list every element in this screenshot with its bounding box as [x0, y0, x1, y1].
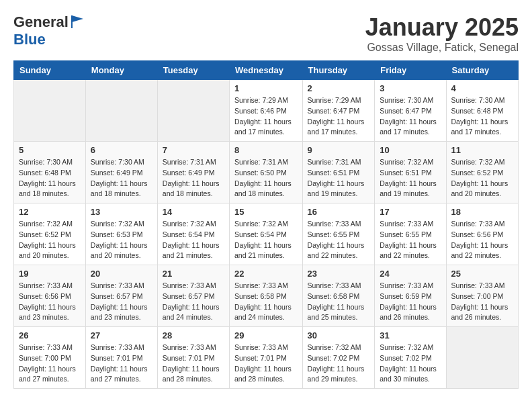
day-info: Sunrise: 7:33 AMSunset: 6:58 PMDaylight:… [234, 281, 298, 323]
calendar-week-row: 19Sunrise: 7:33 AMSunset: 6:56 PMDayligh… [14, 265, 519, 327]
day-number: 4 [451, 83, 513, 93]
day-number: 19 [19, 269, 81, 279]
day-info: Sunrise: 7:33 AMSunset: 6:55 PMDaylight:… [380, 219, 441, 261]
day-info: Sunrise: 7:29 AMSunset: 6:47 PMDaylight:… [308, 95, 370, 138]
day-info: Sunrise: 7:33 AMSunset: 6:57 PMDaylight:… [163, 281, 224, 323]
day-info: Sunrise: 7:30 AMSunset: 6:49 PMDaylight:… [91, 157, 152, 199]
weekday-header-wednesday: Wednesday [230, 61, 303, 80]
weekday-header-sunday: Sunday [14, 61, 86, 80]
calendar-cell [446, 327, 518, 389]
day-info: Sunrise: 7:30 AMSunset: 6:48 PMDaylight:… [19, 157, 81, 199]
day-number: 25 [451, 269, 513, 279]
day-number: 10 [380, 145, 441, 155]
weekday-header-saturday: Saturday [446, 61, 518, 80]
day-info: Sunrise: 7:32 AMSunset: 6:52 PMDaylight:… [19, 219, 81, 261]
day-info: Sunrise: 7:33 AMSunset: 7:00 PMDaylight:… [451, 281, 513, 323]
calendar-cell: 10Sunrise: 7:32 AMSunset: 6:51 PMDayligh… [375, 142, 446, 203]
calendar-week-row: 26Sunrise: 7:33 AMSunset: 7:00 PMDayligh… [14, 327, 519, 389]
calendar-week-row: 12Sunrise: 7:32 AMSunset: 6:52 PMDayligh… [14, 203, 519, 265]
page-header: General Blue January 2025 Gossas Village… [13, 13, 519, 54]
calendar-cell: 27Sunrise: 7:33 AMSunset: 7:01 PMDayligh… [85, 327, 157, 389]
day-number: 16 [308, 207, 370, 217]
day-number: 17 [380, 207, 441, 217]
day-info: Sunrise: 7:33 AMSunset: 7:00 PMDaylight:… [19, 342, 81, 385]
day-number: 6 [91, 145, 152, 155]
calendar-cell: 4Sunrise: 7:30 AMSunset: 6:48 PMDaylight… [446, 80, 518, 142]
day-info: Sunrise: 7:32 AMSunset: 7:02 PMDaylight:… [380, 342, 441, 385]
day-info: Sunrise: 7:32 AMSunset: 6:51 PMDaylight:… [380, 157, 441, 199]
calendar-cell [14, 80, 86, 142]
logo-blue-text: Blue [13, 31, 46, 48]
calendar-cell: 22Sunrise: 7:33 AMSunset: 6:58 PMDayligh… [230, 265, 303, 327]
calendar-week-row: 5Sunrise: 7:30 AMSunset: 6:48 PMDaylight… [14, 142, 519, 203]
day-info: Sunrise: 7:32 AMSunset: 6:54 PMDaylight:… [163, 219, 224, 261]
calendar-cell: 6Sunrise: 7:30 AMSunset: 6:49 PMDaylight… [85, 142, 157, 203]
calendar-cell: 1Sunrise: 7:29 AMSunset: 6:46 PMDaylight… [230, 80, 303, 142]
day-info: Sunrise: 7:30 AMSunset: 6:47 PMDaylight:… [380, 95, 441, 138]
day-info: Sunrise: 7:33 AMSunset: 6:58 PMDaylight:… [308, 281, 370, 323]
calendar-cell [85, 80, 157, 142]
calendar-cell: 8Sunrise: 7:31 AMSunset: 6:50 PMDaylight… [230, 142, 303, 203]
calendar-cell: 24Sunrise: 7:33 AMSunset: 6:59 PMDayligh… [375, 265, 446, 327]
calendar-cell: 9Sunrise: 7:31 AMSunset: 6:51 PMDaylight… [302, 142, 375, 203]
logo-flag-icon [70, 13, 86, 30]
day-info: Sunrise: 7:29 AMSunset: 6:46 PMDaylight:… [234, 95, 298, 138]
day-info: Sunrise: 7:33 AMSunset: 6:57 PMDaylight:… [91, 281, 152, 323]
day-info: Sunrise: 7:32 AMSunset: 6:52 PMDaylight:… [451, 157, 513, 199]
calendar-cell: 3Sunrise: 7:30 AMSunset: 6:47 PMDaylight… [375, 80, 446, 142]
calendar-cell: 23Sunrise: 7:33 AMSunset: 6:58 PMDayligh… [302, 265, 375, 327]
day-number: 2 [308, 83, 370, 93]
day-number: 30 [308, 330, 370, 340]
calendar-cell: 2Sunrise: 7:29 AMSunset: 6:47 PMDaylight… [302, 80, 375, 142]
calendar-cell: 29Sunrise: 7:33 AMSunset: 7:01 PMDayligh… [230, 327, 303, 389]
day-number: 8 [234, 145, 298, 155]
logo: General Blue [13, 13, 86, 48]
calendar-cell: 31Sunrise: 7:32 AMSunset: 7:02 PMDayligh… [375, 327, 446, 389]
month-title: January 2025 [365, 13, 519, 42]
day-number: 29 [234, 330, 298, 340]
calendar-cell: 17Sunrise: 7:33 AMSunset: 6:55 PMDayligh… [375, 203, 446, 265]
day-number: 5 [19, 145, 81, 155]
day-info: Sunrise: 7:33 AMSunset: 6:56 PMDaylight:… [19, 281, 81, 323]
calendar-cell: 7Sunrise: 7:31 AMSunset: 6:49 PMDaylight… [157, 142, 229, 203]
calendar-cell: 16Sunrise: 7:33 AMSunset: 6:55 PMDayligh… [302, 203, 375, 265]
calendar-cell: 28Sunrise: 7:33 AMSunset: 7:01 PMDayligh… [157, 327, 229, 389]
day-number: 18 [451, 207, 513, 217]
weekday-header-tuesday: Tuesday [157, 61, 229, 80]
day-number: 28 [163, 330, 224, 340]
day-number: 14 [163, 207, 224, 217]
day-info: Sunrise: 7:31 AMSunset: 6:50 PMDaylight:… [234, 157, 298, 199]
day-info: Sunrise: 7:33 AMSunset: 6:56 PMDaylight:… [451, 219, 513, 261]
calendar-cell: 30Sunrise: 7:32 AMSunset: 7:02 PMDayligh… [302, 327, 375, 389]
day-number: 20 [91, 269, 152, 279]
day-info: Sunrise: 7:31 AMSunset: 6:49 PMDaylight:… [163, 157, 224, 199]
weekday-header-thursday: Thursday [302, 61, 375, 80]
weekday-header-row: SundayMondayTuesdayWednesdayThursdayFrid… [14, 61, 519, 80]
title-block: January 2025 Gossas Village, Fatick, Sen… [365, 13, 519, 54]
day-number: 11 [451, 145, 513, 155]
day-number: 15 [234, 207, 298, 217]
day-info: Sunrise: 7:33 AMSunset: 7:01 PMDaylight:… [91, 342, 152, 385]
day-info: Sunrise: 7:32 AMSunset: 6:54 PMDaylight:… [234, 219, 298, 261]
calendar-cell: 19Sunrise: 7:33 AMSunset: 6:56 PMDayligh… [14, 265, 86, 327]
day-number: 26 [19, 330, 81, 340]
day-info: Sunrise: 7:33 AMSunset: 7:01 PMDaylight:… [234, 342, 298, 385]
day-info: Sunrise: 7:33 AMSunset: 6:59 PMDaylight:… [380, 281, 441, 323]
calendar-table: SundayMondayTuesdayWednesdayThursdayFrid… [13, 60, 519, 389]
calendar-cell [157, 80, 229, 142]
calendar-cell: 11Sunrise: 7:32 AMSunset: 6:52 PMDayligh… [446, 142, 518, 203]
calendar-cell: 21Sunrise: 7:33 AMSunset: 6:57 PMDayligh… [157, 265, 229, 327]
calendar-cell: 12Sunrise: 7:32 AMSunset: 6:52 PMDayligh… [14, 203, 86, 265]
location-subtitle: Gossas Village, Fatick, Senegal [365, 42, 519, 54]
calendar-cell: 26Sunrise: 7:33 AMSunset: 7:00 PMDayligh… [14, 327, 86, 389]
day-info: Sunrise: 7:33 AMSunset: 7:01 PMDaylight:… [163, 342, 224, 385]
day-number: 3 [380, 83, 441, 93]
calendar-cell: 18Sunrise: 7:33 AMSunset: 6:56 PMDayligh… [446, 203, 518, 265]
day-info: Sunrise: 7:32 AMSunset: 6:53 PMDaylight:… [91, 219, 152, 261]
weekday-header-monday: Monday [85, 61, 157, 80]
calendar-week-row: 1Sunrise: 7:29 AMSunset: 6:46 PMDaylight… [14, 80, 519, 142]
day-number: 13 [91, 207, 152, 217]
calendar-cell: 14Sunrise: 7:32 AMSunset: 6:54 PMDayligh… [157, 203, 229, 265]
calendar-cell: 20Sunrise: 7:33 AMSunset: 6:57 PMDayligh… [85, 265, 157, 327]
day-info: Sunrise: 7:33 AMSunset: 6:55 PMDaylight:… [308, 219, 370, 261]
